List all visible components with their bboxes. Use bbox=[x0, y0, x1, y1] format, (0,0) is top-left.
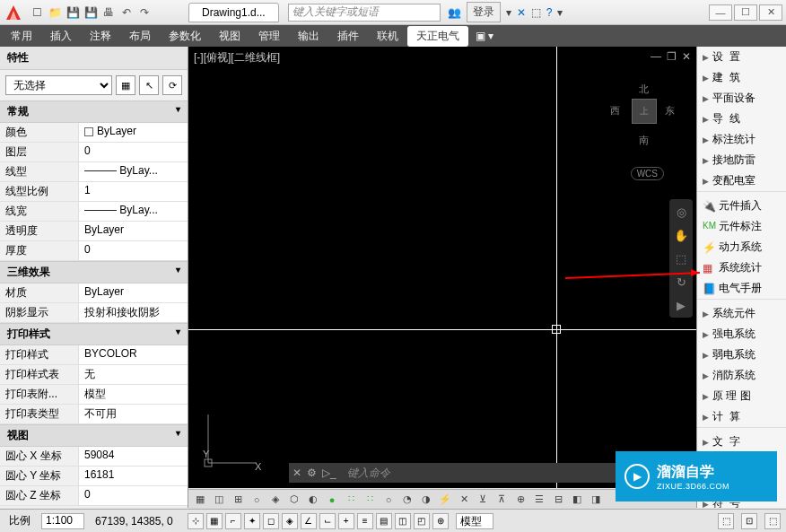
steering-wheel-icon[interactable]: ◎ bbox=[672, 203, 690, 221]
tpy-icon[interactable]: ▤ bbox=[376, 513, 392, 529]
tb-icon[interactable]: ◫ bbox=[211, 492, 227, 508]
qp-icon[interactable]: ◫ bbox=[395, 513, 411, 529]
prop-value-plotstyle[interactable]: BYCOLOR bbox=[79, 345, 188, 364]
drawing-viewport[interactable]: [-][俯视][二维线框] — ❐ ✕ 北 南 西 东 上 WCS ◎ ✋ ⬚ … bbox=[188, 47, 696, 508]
section-3deffects[interactable]: 三维效果 bbox=[0, 262, 188, 283]
tb-icon[interactable]: ☰ bbox=[531, 492, 547, 508]
grid-icon[interactable]: ▦ bbox=[206, 513, 223, 529]
osnap-icon[interactable]: ◻ bbox=[263, 513, 279, 529]
sb-extra-icon[interactable]: ⬚ bbox=[718, 513, 734, 529]
viewcube-west[interactable]: 西 bbox=[610, 104, 620, 118]
3dosnap-icon[interactable]: ◈ bbox=[282, 513, 298, 529]
prop-value-transparency[interactable]: ByLayer bbox=[79, 222, 188, 240]
viewport-label[interactable]: [-][俯视][二维线框] bbox=[194, 50, 280, 65]
lwt-icon[interactable]: ≡ bbox=[357, 513, 373, 529]
close-button[interactable]: ✕ bbox=[759, 4, 782, 21]
prop-value-ltscale[interactable]: 1 bbox=[79, 182, 188, 201]
tb-icon[interactable]: ◐ bbox=[305, 492, 321, 508]
rp-label-stats[interactable]: ▶标注统计 bbox=[697, 129, 786, 150]
snap-mode-icon[interactable]: ⊹ bbox=[188, 513, 204, 529]
tb-icon[interactable]: ◔ bbox=[399, 492, 415, 508]
prop-value-plottype[interactable]: 不可用 bbox=[79, 405, 188, 423]
tb-icon[interactable]: ⊻ bbox=[475, 492, 491, 508]
open-icon[interactable]: 📁 bbox=[47, 4, 63, 21]
tb-icon[interactable]: ∷ bbox=[343, 492, 359, 508]
prop-value-centerx[interactable]: 59084 bbox=[79, 447, 188, 466]
search-input[interactable]: 键入关键字或短语 bbox=[288, 4, 441, 22]
sb-extra-icon[interactable]: ⬚ bbox=[764, 513, 781, 529]
sc-icon[interactable]: ◰ bbox=[414, 513, 430, 529]
viewport-restore-icon[interactable]: ❐ bbox=[667, 50, 677, 63]
viewport-close-icon[interactable]: ✕ bbox=[682, 50, 691, 63]
quick-select-icon[interactable]: ▦ bbox=[116, 75, 135, 95]
modelspace-combo[interactable]: 模型 bbox=[456, 513, 493, 529]
tb-icon[interactable]: ◈ bbox=[267, 492, 284, 508]
tb-icon[interactable]: ⊞ bbox=[230, 492, 246, 508]
prop-value-shadow[interactable]: 投射和接收阴影 bbox=[79, 303, 188, 322]
ortho-icon[interactable]: ⌐ bbox=[225, 513, 241, 529]
ribbon-overflow-icon[interactable]: ▣ ▾ bbox=[476, 30, 493, 42]
tab-home[interactable]: 常用 bbox=[2, 26, 41, 47]
rp-sys-component[interactable]: ▶系统元件 bbox=[697, 303, 786, 324]
rp-elec-manual[interactable]: 📘电气手册 bbox=[697, 278, 786, 299]
section-general[interactable]: 常规 bbox=[0, 101, 188, 123]
tb-icon[interactable]: ▦ bbox=[192, 492, 208, 508]
rp-strong-elec[interactable]: ▶强电系统 bbox=[697, 324, 786, 344]
tab-tz-electric[interactable]: 天正电气 bbox=[407, 26, 468, 47]
rp-component-label[interactable]: KM元件标注 bbox=[697, 216, 786, 237]
prop-value-centerz[interactable]: 0 bbox=[79, 486, 188, 505]
tab-parametric[interactable]: 参数化 bbox=[160, 26, 210, 47]
tb-icon[interactable]: ⊼ bbox=[493, 492, 510, 508]
viewcube-top[interactable]: 上 bbox=[632, 99, 657, 124]
prop-value-linetype[interactable]: ——— ByLay... bbox=[79, 162, 188, 181]
tb-icon[interactable]: ○ bbox=[249, 492, 265, 508]
tb-icon[interactable]: ◧ bbox=[569, 492, 585, 508]
rp-grounding[interactable]: ▶接地防雷 bbox=[697, 150, 786, 170]
rp-power-system[interactable]: ⚡动力系统 bbox=[697, 237, 786, 257]
tab-plugins[interactable]: 插件 bbox=[328, 26, 368, 47]
orbit-icon[interactable]: ↻ bbox=[672, 273, 690, 291]
tb-icon[interactable]: ⊟ bbox=[550, 492, 566, 508]
rp-component-insert[interactable]: 🔌元件插入 bbox=[697, 196, 786, 216]
tab-insert[interactable]: 插入 bbox=[41, 26, 81, 47]
dropdown-icon[interactable]: ▾ bbox=[506, 6, 511, 19]
cmdline-close-icon[interactable]: ✕ bbox=[293, 467, 301, 479]
zoom-extents-icon[interactable]: ⬚ bbox=[672, 249, 690, 267]
tab-annotate[interactable]: 注释 bbox=[81, 26, 120, 47]
otrack-icon[interactable]: ∠ bbox=[301, 513, 317, 529]
section-view[interactable]: 视图 bbox=[0, 425, 188, 447]
tb-icon[interactable]: ⚡ bbox=[437, 492, 453, 508]
tab-layout[interactable]: 布局 bbox=[120, 26, 160, 47]
search-btn-icon[interactable]: 👥 bbox=[448, 6, 461, 19]
rp-settings[interactable]: ▶设 置 bbox=[697, 47, 786, 67]
showmotion-icon[interactable]: ▶ bbox=[672, 296, 690, 314]
tb-icon[interactable]: ◑ bbox=[418, 492, 434, 508]
app-icon[interactable] bbox=[4, 3, 23, 22]
prop-value-layer[interactable]: 0 bbox=[79, 143, 188, 161]
new-icon[interactable]: ☐ bbox=[29, 4, 45, 21]
pickadd-icon[interactable]: ⟳ bbox=[162, 75, 182, 95]
prop-value-centery[interactable]: 16181 bbox=[79, 467, 188, 485]
selection-combo[interactable]: 无选择 bbox=[5, 75, 112, 95]
tab-manage[interactable]: 管理 bbox=[249, 26, 289, 47]
rp-calculate[interactable]: ▶计 算 bbox=[697, 406, 786, 427]
sb-extra-icon[interactable]: ⊡ bbox=[741, 513, 757, 529]
exchange-icon[interactable]: ✕ bbox=[517, 6, 526, 19]
tab-view[interactable]: 视图 bbox=[210, 26, 249, 47]
polar-icon[interactable]: ✦ bbox=[244, 513, 260, 529]
prop-value-lineweight[interactable]: ——— ByLay... bbox=[79, 202, 188, 221]
tb-icon[interactable]: ⊕ bbox=[512, 492, 528, 508]
rp-system-stats[interactable]: ▦系统统计 bbox=[697, 257, 786, 278]
tb-icon[interactable]: ∷ bbox=[362, 492, 378, 508]
viewport-minimize-icon[interactable]: — bbox=[651, 50, 661, 63]
am-icon[interactable]: ⊕ bbox=[432, 513, 449, 529]
prop-value-thickness[interactable]: 0 bbox=[79, 241, 188, 260]
select-objects-icon[interactable]: ↖ bbox=[139, 75, 159, 95]
ducs-icon[interactable]: ⌙ bbox=[319, 513, 336, 529]
tab-online[interactable]: 联机 bbox=[368, 26, 407, 47]
cmdline-settings-icon[interactable]: ⚙ bbox=[307, 467, 317, 479]
rp-schematic[interactable]: ▶原 理 图 bbox=[697, 386, 786, 406]
rp-fire-system[interactable]: ▶消防系统 bbox=[697, 365, 786, 386]
dyn-icon[interactable]: + bbox=[338, 513, 354, 529]
help-icon[interactable]: ? bbox=[546, 6, 553, 19]
